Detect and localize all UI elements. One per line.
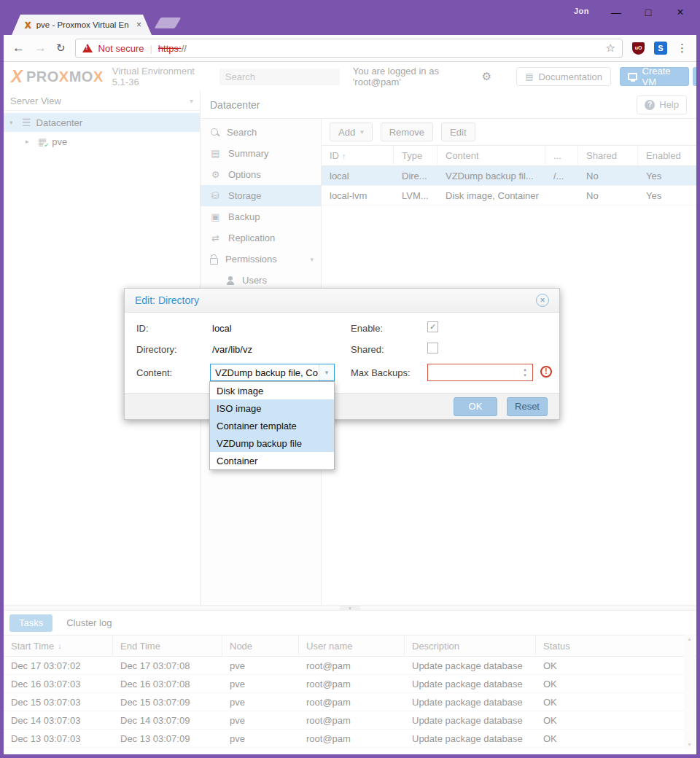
- column-header-id[interactable]: ID ↑: [322, 146, 394, 165]
- dropdown-option-vzdump[interactable]: VZDump backup file: [210, 434, 334, 452]
- horizontal-splitter[interactable]: ▾: [4, 605, 696, 611]
- tasks-scrollbar[interactable]: ▴ ▾: [684, 634, 695, 750]
- expander-right-icon[interactable]: ▸: [26, 138, 33, 145]
- dropdown-option-iso-image[interactable]: ISO image: [210, 399, 334, 417]
- not-secure-label[interactable]: Not secure: [98, 43, 144, 54]
- dropdown-option-container[interactable]: Container: [210, 452, 334, 469]
- view-selector[interactable]: Server View ▾: [4, 91, 200, 111]
- version-label: Virtual Environment 5.1-36: [112, 66, 211, 87]
- column-header-end-time[interactable]: End Time: [113, 636, 222, 656]
- nav-item-replication[interactable]: ⇄ Replication: [201, 227, 321, 249]
- column-header-node[interactable]: Node: [222, 636, 299, 656]
- page-title: Datacenter: [210, 99, 260, 111]
- column-header-start-time[interactable]: Start Time ↓: [4, 636, 113, 656]
- node-online-check-icon: ✔: [43, 142, 50, 149]
- url-text[interactable]: https://: [158, 42, 187, 55]
- gear-icon[interactable]: ⚙: [482, 70, 491, 83]
- forward-icon[interactable]: →: [34, 41, 47, 55]
- tab-tasks[interactable]: Tasks: [9, 614, 52, 632]
- proxmox-favicon-icon: X: [25, 20, 31, 31]
- address-bar[interactable]: Not secure | https:// ☆: [75, 39, 623, 58]
- content-dropdown-list: Disk image ISO image Container template …: [209, 381, 335, 470]
- nav-item-options[interactable]: ⚙ Options: [201, 164, 321, 185]
- task-row[interactable]: Dec 17 03:07:02 Dec 17 03:07:08 pve root…: [4, 657, 696, 675]
- dialog-header[interactable]: Edit: Directory ×: [125, 289, 559, 313]
- task-row[interactable]: Dec 14 03:07:03 Dec 14 03:07:09 pve root…: [4, 711, 696, 730]
- tree-item-datacenter[interactable]: ▾ ☰ Datacenter: [4, 113, 200, 132]
- combobox-value: VZDump backup file, Co: [211, 367, 319, 378]
- storage-table-header: ID ↑ Type Content ... Shared Enabled: [322, 145, 696, 166]
- nav-item-storage[interactable]: ⛁ Storage: [201, 185, 321, 206]
- reset-button[interactable]: Reset: [507, 397, 548, 416]
- scroll-down-icon[interactable]: ▾: [684, 740, 695, 750]
- content-combobox[interactable]: VZDump backup file, Co ▾: [210, 364, 335, 381]
- column-header-user[interactable]: User name: [299, 636, 405, 656]
- column-header-description[interactable]: Description: [405, 636, 536, 656]
- new-tab-button[interactable]: [155, 17, 182, 28]
- bookmark-star-icon[interactable]: ☆: [606, 42, 615, 55]
- scroll-up-icon[interactable]: ▴: [684, 634, 695, 644]
- browser-profile-name[interactable]: Jon: [574, 7, 589, 15]
- nav-item-permissions[interactable]: Permissions ▾: [201, 249, 321, 270]
- browser-menu-icon[interactable]: ⋮: [677, 42, 688, 55]
- minimize-button[interactable]: —: [605, 4, 627, 20]
- storage-icon: ⛁: [210, 190, 221, 201]
- max-backups-label: Max Backups:: [351, 367, 411, 378]
- column-header-status[interactable]: Status: [536, 636, 696, 656]
- expander-down-icon[interactable]: ▾: [9, 119, 17, 126]
- column-header-content[interactable]: Content: [438, 146, 545, 165]
- tab-close-icon[interactable]: ×: [136, 20, 141, 30]
- window-close-button[interactable]: ×: [669, 4, 691, 20]
- reload-icon[interactable]: ↻: [56, 42, 66, 55]
- warning-triangle-icon[interactable]: [82, 44, 93, 52]
- nav-item-summary[interactable]: ▤ Summary: [201, 143, 321, 164]
- global-search-input[interactable]: [219, 69, 340, 85]
- shared-checkbox[interactable]: [427, 343, 438, 353]
- column-header-shared[interactable]: Shared: [578, 146, 638, 165]
- dialog-title: Edit: Directory: [135, 294, 199, 306]
- lock-icon: [210, 258, 218, 265]
- nav-item-backup[interactable]: ▣ Backup: [201, 206, 321, 227]
- documentation-button[interactable]: ▤ Documentation: [516, 67, 611, 86]
- remove-button[interactable]: Remove: [381, 122, 433, 141]
- splitter-collapse-icon[interactable]: ▾: [340, 606, 360, 611]
- storage-row-local-lvm[interactable]: local-lvm LVM... Disk image, Container N…: [322, 186, 696, 206]
- browser-window: X pve - Proxmox Virtual En × Jon — □ × ←…: [0, 0, 700, 758]
- dialog-close-icon[interactable]: ×: [536, 294, 549, 307]
- chevron-down-icon: ▾: [310, 256, 314, 263]
- search-icon: [210, 128, 219, 137]
- maximize-button[interactable]: □: [637, 4, 659, 20]
- enable-checkbox[interactable]: ✓: [427, 321, 438, 332]
- tab-cluster-log[interactable]: Cluster log: [57, 614, 121, 632]
- task-row[interactable]: Dec 15 03:07:03 Dec 15 03:07:09 pve root…: [4, 693, 696, 711]
- chevron-down-icon: ▾: [190, 97, 193, 105]
- help-button[interactable]: ? Help: [637, 95, 687, 114]
- nav-item-search[interactable]: Search: [201, 122, 321, 143]
- ublock-extension-icon[interactable]: uO: [632, 42, 645, 55]
- browser-tab[interactable]: X pve - Proxmox Virtual En ×: [12, 15, 152, 35]
- dropdown-option-disk-image[interactable]: Disk image: [210, 382, 334, 399]
- add-button[interactable]: Add ▾: [330, 122, 373, 141]
- dropdown-option-container-template[interactable]: Container template: [210, 417, 334, 434]
- s-extension-icon[interactable]: S: [654, 42, 667, 55]
- column-header-enabled[interactable]: Enabled: [638, 146, 696, 165]
- task-row[interactable]: Dec 13 03:07:03 Dec 13 03:07:09 pve root…: [4, 730, 696, 748]
- spinner-icons[interactable]: ▴▾: [520, 365, 530, 380]
- combobox-trigger-icon[interactable]: ▾: [319, 364, 334, 380]
- tree-item-pve[interactable]: ▸ ▦✔ pve: [4, 132, 200, 151]
- edit-button[interactable]: Edit: [441, 122, 475, 141]
- enable-label: Enable:: [351, 323, 383, 334]
- task-row[interactable]: Dec 16 03:07:03 Dec 16 03:07:08 pve root…: [4, 675, 696, 693]
- summary-icon: ▤: [210, 148, 221, 159]
- tasks-table-header: Start Time ↓ End Time Node User name Des…: [4, 635, 696, 657]
- ok-button[interactable]: OK: [454, 397, 497, 416]
- column-header-dots[interactable]: ...: [545, 146, 578, 165]
- storage-row-local[interactable]: local Dire... VZDump backup fil... /... …: [322, 166, 696, 186]
- pve-header: X PROXMOX Virtual Environment 5.1-36 You…: [4, 62, 696, 91]
- create-ct-button-clipped[interactable]: [693, 67, 696, 86]
- create-vm-button[interactable]: Create VM: [620, 67, 689, 86]
- back-icon[interactable]: ←: [12, 41, 25, 55]
- login-status: You are logged in as 'root@pam': [353, 66, 473, 87]
- max-backups-input[interactable]: ▴▾: [427, 364, 533, 381]
- column-header-type[interactable]: Type: [394, 146, 438, 165]
